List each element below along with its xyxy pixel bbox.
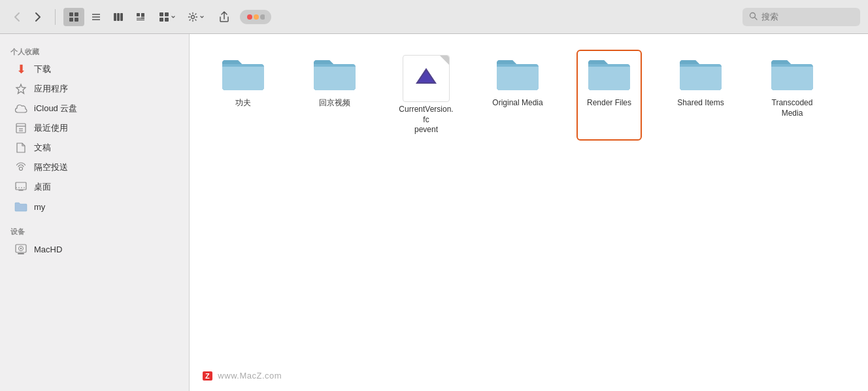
svg-rect-10 (137, 13, 140, 16)
svg-line-25 (755, 17, 757, 19)
sidebar-item-label: 最近使用 (34, 122, 68, 134)
forward-button[interactable] (29, 8, 47, 26)
view-cover-button[interactable] (130, 8, 151, 26)
personal-section-title: 个人收藏 (0, 42, 189, 60)
file-name-transcoded: Transcoded Media (772, 98, 813, 118)
svg-rect-17 (165, 12, 169, 16)
view-columns-button[interactable] (108, 8, 129, 26)
file-name-huijing: 回京视频 (319, 98, 350, 109)
nav-buttons (8, 8, 47, 26)
sidebar-item-label: iCloud 云盘 (34, 103, 77, 114)
applications-icon (14, 82, 27, 95)
sidebar-item-label: 下载 (34, 63, 51, 75)
file-item-fcpevent[interactable]: CurrentVersion.fc pevent (393, 50, 459, 141)
svg-rect-7 (114, 13, 116, 21)
sidebar-item-documents[interactable]: 文稿 (4, 138, 185, 158)
file-name-original: Original Media (492, 98, 542, 109)
svg-rect-21 (247, 14, 252, 20)
share-button[interactable] (214, 8, 235, 26)
folder-icon-huijing (311, 55, 358, 93)
airdrop-icon (14, 161, 27, 174)
sidebar-item-label: 应用程序 (34, 83, 68, 95)
svg-rect-16 (159, 12, 163, 16)
svg-point-30 (20, 167, 23, 171)
svg-rect-22 (254, 14, 259, 20)
svg-rect-1 (75, 12, 78, 16)
devices-section-title: 设备 (0, 222, 189, 239)
toolbar-divider-1 (55, 9, 56, 25)
view-list-button[interactable] (86, 8, 107, 26)
content-area: 功夫 回京视频 (190, 34, 868, 391)
sidebar-item-recents[interactable]: 最近使用 (4, 118, 185, 138)
icloud-icon (14, 102, 27, 115)
sidebar-item-my[interactable]: my (4, 197, 185, 216)
recents-icon (14, 122, 27, 135)
svg-point-20 (192, 15, 195, 18)
my-folder-icon (14, 200, 27, 213)
fcpx-file-icon (403, 55, 450, 102)
folder-icon-gongfu (220, 55, 267, 93)
sidebar: 个人收藏 ⬇ 下载 应用程序 iCloud 云盘 (0, 34, 190, 391)
folder-icon-shared (677, 55, 724, 93)
folder-icon-original (494, 55, 541, 93)
search-input[interactable] (761, 12, 854, 22)
sidebar-item-downloads[interactable]: ⬇ 下载 (4, 60, 185, 79)
view-buttons (63, 8, 151, 26)
file-item-original[interactable]: Original Media (485, 50, 550, 141)
tag-button[interactable] (240, 10, 271, 24)
view-icon-button[interactable] (63, 8, 84, 26)
downloads-icon: ⬇ (14, 63, 27, 76)
documents-icon (14, 141, 27, 154)
back-button[interactable] (8, 8, 26, 26)
desktop-icon (14, 180, 27, 194)
svg-rect-0 (69, 12, 73, 16)
svg-rect-23 (260, 14, 265, 20)
file-item-transcoded[interactable]: Transcoded Media (760, 50, 825, 141)
sidebar-item-icloud[interactable]: iCloud 云盘 (4, 99, 185, 118)
sidebar-item-label: 文稿 (34, 142, 51, 154)
svg-rect-9 (120, 13, 123, 21)
svg-rect-18 (159, 18, 163, 22)
file-name-shared: Shared Items (677, 98, 724, 109)
sidebar-item-machd[interactable]: MacHD (4, 239, 185, 259)
search-box (743, 8, 860, 26)
folder-icon-transcoded (769, 55, 816, 93)
sidebar-item-desktop[interactable]: 桌面 (4, 177, 185, 197)
sidebar-item-airdrop[interactable]: 隔空投送 (4, 158, 185, 177)
folder-icon-render (586, 55, 633, 93)
svg-rect-2 (69, 18, 73, 22)
file-item-gongfu[interactable]: 功夫 (210, 50, 276, 141)
file-name-fcpevent: CurrentVersion.fc pevent (399, 105, 454, 135)
svg-rect-31 (16, 182, 26, 190)
svg-point-24 (750, 12, 756, 18)
sidebar-item-label: 隔空投送 (34, 162, 68, 173)
sidebar-item-label: my (34, 202, 45, 212)
svg-rect-19 (165, 18, 169, 22)
machd-icon (14, 243, 27, 256)
svg-rect-26 (16, 124, 25, 133)
sidebar-item-label: MacHD (34, 245, 62, 254)
main-layout: 个人收藏 ⬇ 下载 应用程序 iCloud 云盘 (0, 34, 868, 391)
sidebar-item-applications[interactable]: 应用程序 (4, 79, 185, 99)
search-icon (749, 12, 758, 22)
toolbar (0, 0, 868, 34)
gear-button[interactable] (184, 8, 209, 26)
file-name-gongfu: 功夫 (235, 98, 251, 109)
file-item-render[interactable]: Render Files (576, 50, 642, 141)
svg-point-36 (20, 248, 22, 249)
svg-rect-8 (117, 13, 120, 21)
svg-rect-3 (75, 18, 78, 22)
file-name-render: Render Files (587, 98, 631, 109)
file-item-huijing[interactable]: 回京视频 (302, 50, 367, 141)
sidebar-item-label: 桌面 (34, 181, 51, 193)
view-more-button[interactable] (156, 8, 178, 26)
file-grid: 功夫 回京视频 (210, 50, 847, 141)
file-item-shared[interactable]: Shared Items (668, 50, 733, 141)
